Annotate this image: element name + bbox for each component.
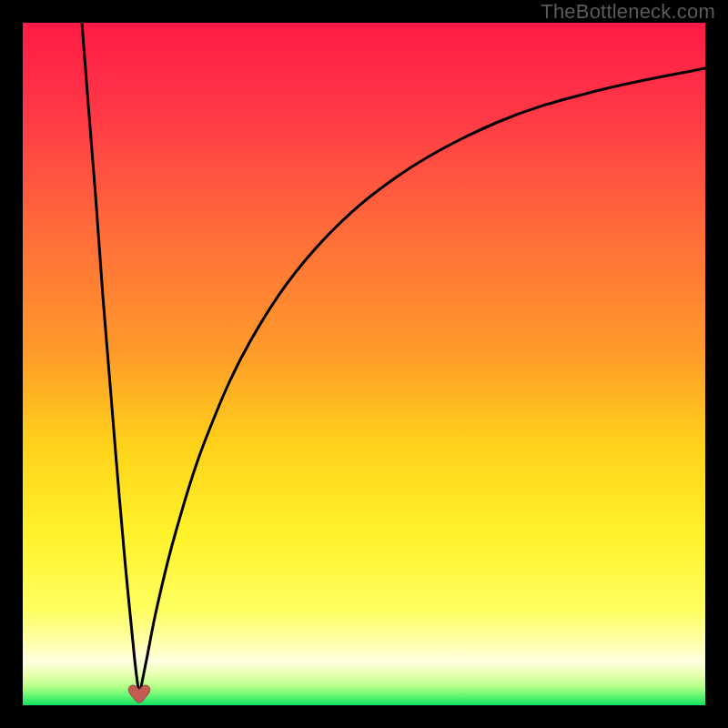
plot-area — [23, 23, 705, 705]
chart-frame: TheBottleneck.com — [0, 0, 728, 728]
vertex-marker — [126, 682, 152, 703]
curve-layer — [23, 23, 705, 705]
curve-left-branch — [82, 23, 139, 696]
curve-right-branch — [139, 68, 705, 696]
watermark-text: TheBottleneck.com — [541, 0, 715, 24]
heart-icon — [126, 682, 152, 703]
